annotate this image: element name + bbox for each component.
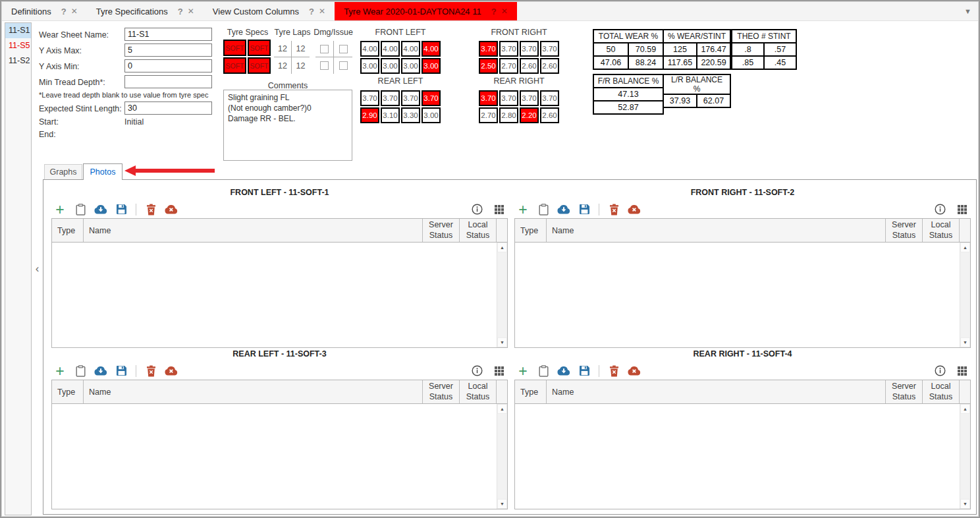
y-axis-max-input[interactable] [124,43,212,57]
column-header-name[interactable]: Name [84,380,423,403]
tyre-laps-cell[interactable]: 12 [274,41,292,57]
scroll-down-button[interactable]: ▼ [497,499,507,509]
vertical-scrollbar[interactable]: ▲ ▼ [960,243,970,347]
scroll-up-button[interactable]: ▲ [960,243,970,252]
wear-cell[interactable]: 3.70 [422,90,441,106]
column-header-name[interactable]: Name [84,219,423,242]
wear-cell[interactable]: 3.70 [540,41,559,57]
tab-photos[interactable]: Photos [83,163,122,180]
wear-cell[interactable]: 2.90 [360,107,379,123]
column-header-name[interactable]: Name [547,219,886,242]
wear-cell[interactable]: 2.20 [520,107,539,123]
info-button[interactable] [933,364,947,378]
scroll-down-button[interactable]: ▼ [497,337,507,347]
column-header-local-status[interactable]: Local Status [460,380,497,403]
column-header-type[interactable]: Type [52,219,84,242]
wear-cell[interactable]: 3.00 [422,107,441,123]
wear-cell[interactable]: 3.00 [401,58,420,74]
column-header-type[interactable]: Type [515,380,547,403]
wear-cell[interactable]: 3.00 [360,58,379,74]
column-header-local-status[interactable]: Local Status [923,219,960,242]
column-header-type[interactable]: Type [515,219,547,242]
tyre-spec-cell[interactable]: SOFT [223,57,246,74]
info-button[interactable] [933,202,947,217]
wear-cell[interactable]: 2.60 [540,58,559,74]
wear-cell[interactable]: 2.80 [499,107,518,123]
scroll-down-button[interactable]: ▼ [960,499,970,509]
tab-tyre-wear-active[interactable]: Tyre Wear 2020-01-DAYTONA24 11 ? ✕ [335,2,517,20]
cloud-download-button[interactable] [557,364,571,378]
delete-photo-button[interactable] [607,202,621,217]
scroll-up-button[interactable]: ▲ [960,404,970,414]
wear-cell[interactable]: 3.10 [381,107,400,123]
tyre-laps-cell[interactable]: 12 [292,41,310,57]
wear-cell[interactable]: 3.30 [401,107,420,123]
dmg-issue-checkbox[interactable] [339,61,348,70]
expected-stint-length-input[interactable] [124,101,212,115]
scroll-up-button[interactable]: ▲ [497,243,507,252]
delete-photo-button[interactable] [144,364,158,378]
delete-photo-button[interactable] [607,364,621,378]
cloud-download-button[interactable] [557,202,571,217]
tyre-spec-cell[interactable]: SOFT [248,57,271,74]
delete-photo-button[interactable] [144,202,158,217]
wear-cell[interactable]: 2.50 [479,58,498,74]
wear-cell[interactable]: 2.70 [479,107,498,123]
cloud-delete-button[interactable] [627,202,641,217]
paste-button[interactable] [536,202,551,217]
column-header-name[interactable]: Name [547,380,886,403]
cloud-delete-button[interactable] [164,202,178,217]
column-header-local-status[interactable]: Local Status [923,380,960,403]
add-photo-button[interactable]: + [53,364,67,378]
paste-button[interactable] [536,364,551,378]
wear-cell[interactable]: 2.60 [540,107,559,123]
wear-cell[interactable]: 3.00 [381,58,400,74]
tab-tyre-specifications[interactable]: Tyre Specifications ? ✕ [87,2,204,20]
cloud-download-button[interactable] [94,364,108,378]
grid-view-button[interactable] [955,202,969,217]
y-axis-min-input[interactable] [124,59,212,72]
dmg-issue-checkbox[interactable] [320,45,329,53]
tyre-laps-cell[interactable]: 12 [274,57,292,74]
min-tread-depth-input[interactable] [124,75,212,88]
add-photo-button[interactable]: + [516,202,530,217]
chevron-down-icon[interactable]: ▼ [964,7,978,15]
add-photo-button[interactable]: + [53,202,67,217]
wear-sheet-name-input[interactable] [124,28,212,41]
help-icon[interactable]: ? [61,7,67,16]
paste-button[interactable] [73,364,88,378]
info-button[interactable] [470,364,484,378]
save-button[interactable] [114,202,128,217]
sidebar-item-11-s5[interactable]: 11-S5 [5,38,31,53]
wear-cell[interactable]: 3.70 [499,41,518,57]
wear-cell[interactable]: 3.70 [360,90,379,106]
close-icon[interactable]: ✕ [319,7,325,16]
scroll-down-button[interactable]: ▼ [960,337,970,347]
wear-cell[interactable]: 2.60 [520,58,539,74]
tyre-spec-cell[interactable]: SOFT [248,40,271,56]
collapse-sidebar-handle[interactable]: ‹ [32,260,42,277]
wear-cell[interactable]: 4.00 [381,41,400,57]
wear-cell[interactable]: 3.70 [479,41,498,57]
column-header-server-status[interactable]: Server Status [423,219,460,242]
help-icon[interactable]: ? [178,7,183,16]
close-icon[interactable]: ✕ [71,7,78,16]
dmg-issue-checkbox[interactable] [320,61,329,70]
wear-cell[interactable]: 3.00 [422,58,441,74]
help-icon[interactable]: ? [309,7,314,16]
add-photo-button[interactable]: + [516,364,530,378]
wear-cell[interactable]: 4.00 [360,41,379,57]
tab-graphs[interactable]: Graphs [44,164,82,179]
close-icon[interactable]: ✕ [501,7,508,16]
column-header-local-status[interactable]: Local Status [460,219,497,242]
wear-cell[interactable]: 3.70 [381,90,400,106]
comments-textbox[interactable]: Slight graining FL (Not enough camber?)0… [223,90,352,161]
tab-view-custom-columns[interactable]: View Custom Columns ? ✕ [204,2,335,20]
grid-view-button[interactable] [955,364,969,378]
sidebar-item-11-s1[interactable]: 11-S1 [5,23,31,38]
grid-view-button[interactable] [492,202,506,217]
vertical-scrollbar[interactable]: ▲ ▼ [960,404,970,509]
column-header-server-status[interactable]: Server Status [886,380,923,403]
wear-cell[interactable]: 4.00 [422,41,441,57]
help-icon[interactable]: ? [491,7,497,16]
